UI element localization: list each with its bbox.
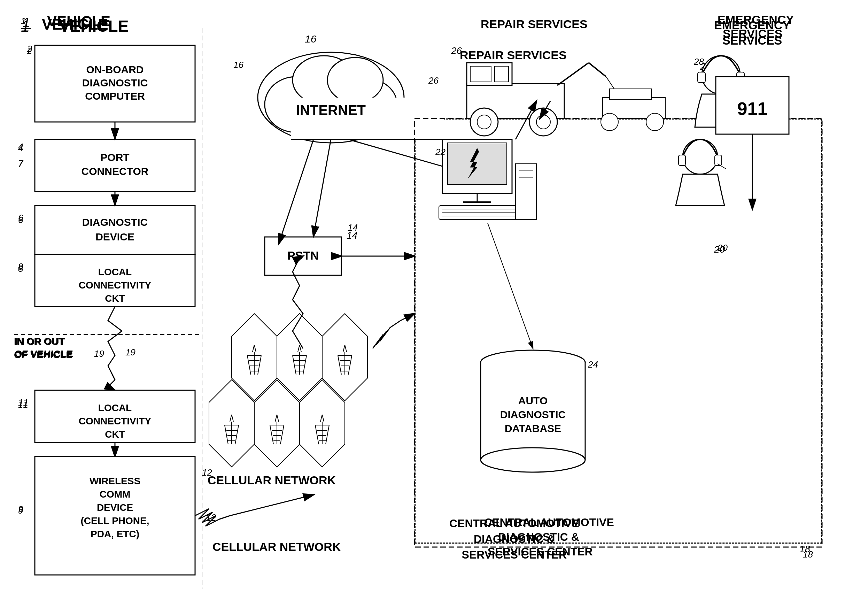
svg-rect-154: [467, 84, 564, 119]
svg-line-109: [275, 415, 277, 421]
central-center-label: CENTRAL AUTOMOTIVEDIAGNOSTIC &SERVICES C…: [449, 516, 579, 562]
svg-rect-165: [603, 98, 665, 119]
diagram: 1 VEHICLE ON-BOARD DIAGNOSTIC COMPUTER 2…: [0, 0, 868, 615]
vehicle-label-text: VEHICLE: [59, 17, 129, 36]
svg-line-91: [343, 345, 345, 352]
cellular-network-label: CELLULAR NETWORK: [212, 540, 341, 554]
port-connector-label: PORT CONNECTOR: [81, 152, 149, 179]
pstn-box: PSTN: [265, 237, 341, 275]
local-ckt-top-box: LOCAL CONNECTIVITY CKT: [35, 254, 195, 307]
svg-rect-166: [609, 89, 651, 99]
svg-text:REPAIR SERVICES: REPAIR SERVICES: [460, 48, 567, 62]
ref-8: 8: [18, 261, 23, 272]
ref-24: 24: [556, 368, 566, 379]
svg-point-48: [334, 78, 397, 131]
svg-marker-61: [277, 314, 322, 401]
svg-line-119: [322, 415, 324, 421]
svg-marker-62: [322, 314, 368, 401]
ref-19: 19: [94, 348, 104, 359]
svg-text:CELLULAR NETWORK: CELLULAR NETWORK: [207, 473, 336, 487]
pstn-label: PSTN: [288, 249, 318, 264]
svg-line-74: [254, 345, 256, 352]
svg-text:16: 16: [233, 59, 243, 70]
onboard-label: ON-BOARD DIAGNOSTIC COMPUTER: [82, 63, 148, 104]
svg-line-108: [281, 425, 284, 444]
svg-line-118: [321, 415, 322, 421]
svg-line-89: [338, 356, 341, 375]
svg-text:26: 26: [428, 75, 438, 86]
svg-marker-60: [232, 314, 277, 401]
emergency-services-label: EMERGENCYSERVICES: [714, 17, 790, 48]
svg-marker-63: [209, 380, 254, 467]
svg-marker-64: [254, 380, 299, 467]
svg-line-92: [345, 345, 347, 352]
svg-line-82: [298, 345, 299, 352]
svg-line-116: [315, 425, 319, 444]
svg-line-100: [230, 415, 232, 421]
ref-20: 20: [714, 244, 725, 255]
svg-line-101: [232, 415, 233, 421]
internet-label: INTERNET: [282, 92, 341, 106]
ref1-label: 1: [21, 17, 30, 36]
911-label: 911: [739, 94, 765, 114]
wireless-comm-label: WIRELESS COMM DEVICE (CELL PHONE, PDA, E…: [81, 484, 149, 547]
svg-line-107: [270, 425, 273, 444]
diagnostic-device-box: DIAGNOSTIC DEVICE: [35, 206, 195, 254]
ref-16: 16: [305, 33, 316, 45]
svg-rect-172: [698, 72, 705, 83]
svg-line-90: [348, 356, 352, 375]
ref-2: 2: [27, 44, 32, 55]
svg-line-59: [313, 139, 331, 236]
ref-22: 22: [443, 153, 453, 164]
svg-text:19: 19: [125, 347, 136, 357]
local-ckt-bot-label: LOCAL CONNECTIVITY CKT: [76, 396, 154, 437]
ref-14: 14: [347, 230, 357, 241]
ref-7: 7: [18, 159, 23, 169]
port-connector-box: PORT CONNECTOR: [35, 139, 195, 192]
wireless-comm-box: WIRELESS COMM DEVICE (CELL PHONE, PDA, E…: [35, 456, 195, 575]
svg-line-81: [303, 356, 307, 375]
svg-line-117: [326, 425, 329, 444]
ref-18: 18: [799, 543, 810, 555]
onboard-computer-box: ON-BOARD DIAGNOSTIC COMPUTER: [35, 45, 195, 122]
svg-line-80: [293, 356, 296, 375]
central-services-box: [415, 119, 822, 543]
diagnostic-device-label: DIAGNOSTIC DEVICE: [82, 216, 148, 244]
svg-rect-156: [470, 66, 491, 82]
ref-11: 11: [18, 397, 28, 408]
svg-line-110: [277, 415, 279, 421]
ref-4: 4: [18, 143, 23, 154]
local-ckt-top-label: LOCAL CONNECTIVITY CKT: [76, 260, 154, 301]
svg-rect-155: [467, 63, 512, 85]
svg-line-83: [299, 345, 301, 352]
local-ckt-bot-box: LOCAL CONNECTIVITY CKT: [35, 390, 195, 443]
svg-line-73: [252, 345, 254, 352]
svg-marker-65: [299, 380, 345, 467]
svg-line-72: [258, 356, 261, 375]
ref-6: 6: [18, 212, 23, 223]
ref-28: 28: [700, 61, 711, 72]
svg-text:12: 12: [202, 467, 212, 478]
repair-services-label: REPAIR SERVICES: [481, 17, 587, 31]
ref-9: 9: [18, 505, 23, 516]
in-or-out-label: IN OR OUTOF VEHICLE: [14, 334, 72, 362]
svg-line-99: [235, 425, 238, 444]
svg-line-98: [224, 425, 228, 444]
svg-line-180: [540, 101, 550, 119]
svg-line-71: [247, 356, 251, 375]
ref-12: 12: [206, 512, 216, 523]
svg-line-162: [557, 63, 589, 85]
ref-26: 26: [451, 45, 462, 56]
svg-line-164: [606, 76, 620, 98]
svg-rect-157: [495, 66, 508, 82]
svg-line-163: [589, 63, 606, 76]
